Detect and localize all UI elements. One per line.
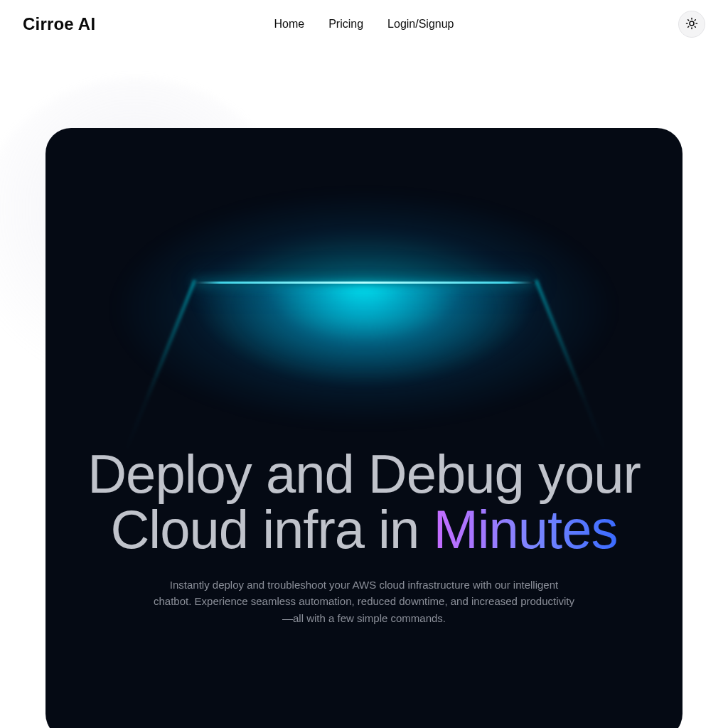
hero-content: Deploy and Debug your Cloud infra in Min… (46, 446, 682, 626)
main-nav: Home Pricing Login/Signup (274, 18, 454, 31)
svg-line-3 (688, 19, 689, 20)
svg-line-8 (695, 19, 695, 20)
hero-glow (46, 128, 682, 462)
hero-subtext: Instantly deploy and troubleshoot your A… (151, 577, 577, 626)
hero-headline-accent: Minutes (433, 499, 617, 560)
hero-card: Deploy and Debug your Cloud infra in Min… (46, 128, 682, 728)
sun-icon (685, 17, 698, 32)
theme-toggle-button[interactable] (678, 11, 705, 38)
svg-line-7 (688, 26, 689, 27)
nav-login-signup[interactable]: Login/Signup (387, 18, 454, 31)
svg-line-4 (695, 26, 695, 27)
nav-home[interactable]: Home (274, 18, 304, 31)
svg-point-0 (690, 21, 694, 26)
hero-headline: Deploy and Debug your Cloud infra in Min… (84, 446, 644, 557)
nav-pricing[interactable]: Pricing (328, 18, 363, 31)
logo[interactable]: Cirroe AI (23, 14, 95, 34)
site-header: Cirroe AI Home Pricing Login/Signup (0, 0, 728, 48)
